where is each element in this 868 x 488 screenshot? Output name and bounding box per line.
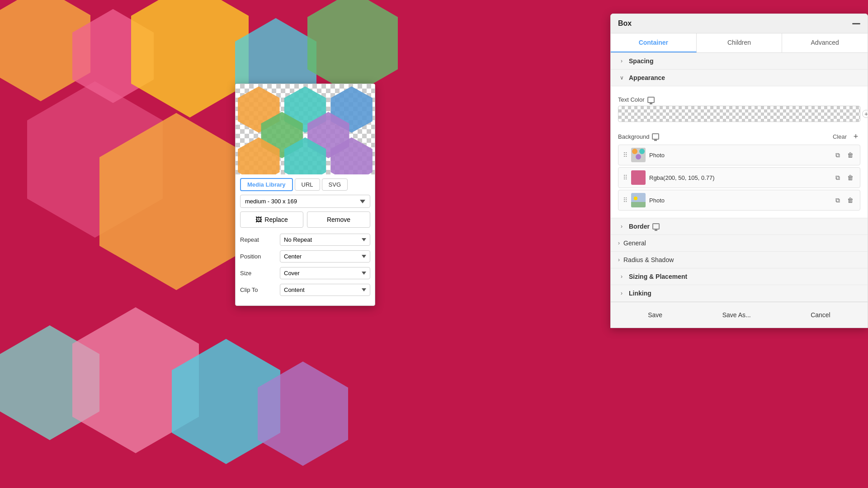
tab-children[interactable]: Children	[697, 33, 783, 52]
panel-footer: Save Save As... Cancel	[611, 302, 868, 328]
spacing-label: Spacing	[629, 57, 653, 65]
appearance-section-header[interactable]: ∨ Appearance	[611, 70, 868, 86]
border-general-label: General	[623, 239, 646, 247]
bg-layer-1-delete-button[interactable]: 🗑	[845, 150, 855, 160]
save-as-button[interactable]: Save As...	[712, 308, 762, 322]
repeat-select[interactable]: No Repeat Repeat Repeat X Repeat Y	[280, 234, 370, 246]
border-general-chevron-icon: ›	[618, 240, 620, 246]
border-monitor-icon	[652, 223, 660, 230]
position-field-row: Position Center Top Left Top Center Top …	[236, 248, 375, 265]
replace-label: Replace	[264, 216, 288, 223]
drag-handle-icon[interactable]: ⠿	[623, 151, 627, 159]
appearance-chevron-icon: ∨	[618, 74, 625, 81]
repeat-field-row: Repeat No Repeat Repeat Repeat X Repeat …	[236, 231, 375, 248]
position-select[interactable]: Center Top Left Top Center Top Right	[280, 250, 370, 263]
media-tab-bar: Media Library URL SVG	[236, 174, 375, 195]
size-select[interactable]: medium - 300 x 169 small - 150 x 85 larg…	[240, 195, 370, 208]
clip-to-field-row: Clip To Content Padding Border	[236, 282, 375, 298]
tab-container[interactable]: Container	[611, 33, 697, 52]
border-radius-chevron-icon: ›	[618, 257, 620, 263]
background-clear-button[interactable]: Clear	[833, 133, 847, 140]
spacing-section-header[interactable]: › Spacing	[611, 53, 868, 70]
tab-advanced[interactable]: Advanced	[782, 33, 868, 52]
bg-layer-1-copy-button[interactable]: ⧉	[833, 150, 843, 160]
panel-title: Box	[618, 19, 632, 28]
text-color-field[interactable]	[618, 106, 860, 122]
text-color-monitor-icon	[647, 97, 655, 103]
right-panel: Box Container Children Advanced › Spacin…	[610, 14, 868, 328]
drag-handle-icon-3[interactable]: ⠿	[623, 197, 627, 204]
background-monitor-icon	[652, 133, 659, 140]
border-section-header[interactable]: › Border	[611, 218, 868, 235]
bg-layer-1-actions: ⧉ 🗑	[833, 150, 855, 160]
bg-layer-1-name: Photo	[649, 152, 829, 159]
panel-tab-bar: Container Children Advanced	[611, 33, 868, 53]
border-general-header[interactable]: › General	[611, 235, 868, 251]
bg-layer-2-actions: ⧉ 🗑	[833, 173, 855, 183]
bg-layer-1-thumb	[631, 148, 646, 162]
sizing-label: Sizing & Placement	[629, 273, 687, 280]
size-select-row: medium - 300 x 169 small - 150 x 85 larg…	[236, 195, 375, 211]
bg-layer-3-thumb	[631, 193, 646, 207]
size-label: Size	[240, 270, 276, 277]
bg-layer-2-delete-button[interactable]: 🗑	[845, 173, 855, 183]
bg-layer-3-preview	[631, 193, 646, 207]
linking-section-header[interactable]: › Linking	[611, 285, 868, 302]
bg-layer-1: ⠿ Photo ⧉ 🗑	[618, 145, 860, 165]
bg-layer-2-name: Rgba(200, 50, 105, 0.77)	[649, 174, 829, 181]
bg-layer-2-copy-button[interactable]: ⧉	[833, 173, 843, 183]
media-action-buttons: 🖼 Replace Remove	[236, 211, 375, 231]
border-chevron-icon: ›	[618, 223, 625, 230]
linking-chevron-icon: ›	[618, 290, 625, 297]
sizing-section-header[interactable]: › Sizing & Placement	[611, 268, 868, 285]
save-button[interactable]: Save	[637, 308, 673, 322]
sizing-chevron-icon: ›	[618, 273, 625, 280]
background-actions: Clear +	[833, 132, 860, 141]
bg-layer-2: ⠿ Rgba(200, 50, 105, 0.77) ⧉ 🗑	[618, 167, 860, 188]
drag-handle-icon-2[interactable]: ⠿	[623, 174, 627, 181]
appearance-content: Text Color + Background Clear +	[611, 86, 868, 218]
text-color-add-button[interactable]: +	[862, 110, 868, 118]
image-icon: 🖼	[255, 216, 262, 223]
bg-layer-3-name: Photo	[649, 197, 829, 204]
bg-layer-1-preview	[631, 148, 646, 162]
remove-button[interactable]: Remove	[307, 211, 370, 228]
repeat-label: Repeat	[240, 236, 276, 243]
minimize-button[interactable]	[852, 23, 860, 24]
tab-url[interactable]: URL	[295, 178, 320, 191]
background-add-button[interactable]: +	[851, 132, 860, 141]
tab-svg[interactable]: SVG	[322, 178, 348, 191]
replace-button[interactable]: 🖼 Replace	[240, 211, 303, 228]
media-preview	[236, 84, 375, 174]
position-label: Position	[240, 253, 276, 260]
spacing-chevron-icon: ›	[618, 57, 625, 65]
media-popup: Media Library URL SVG medium - 300 x 169…	[235, 84, 375, 306]
preview-image	[236, 84, 375, 174]
background-label: Background	[618, 133, 649, 140]
bg-layer-3-copy-button[interactable]: ⧉	[833, 195, 843, 205]
text-color-row: Text Color	[618, 96, 860, 103]
cancel-button[interactable]: Cancel	[800, 308, 841, 322]
bg-layer-2-preview	[631, 170, 646, 185]
border-label: Border	[629, 223, 650, 230]
size-field-row: Size Cover Contain Auto	[236, 265, 375, 282]
clip-to-select[interactable]: Content Padding Border	[280, 284, 370, 296]
bg-layer-2-thumb	[631, 170, 646, 185]
background-header-row: Background Clear +	[618, 127, 860, 145]
border-general-section: › General	[611, 235, 868, 252]
panel-body: › Spacing ∨ Appearance Text Color + Back…	[611, 53, 868, 302]
border-radius-section: › Radius & Shadow	[611, 252, 868, 268]
appearance-label: Appearance	[629, 74, 665, 81]
background-label-row: Background	[618, 133, 659, 140]
linking-label: Linking	[629, 290, 651, 297]
border-radius-header[interactable]: › Radius & Shadow	[611, 252, 868, 268]
bg-layer-3-actions: ⧉ 🗑	[833, 195, 855, 205]
tab-media-library[interactable]: Media Library	[240, 178, 293, 191]
bg-layer-3: ⠿ Photo ⧉ 🗑	[618, 190, 860, 211]
panel-header: Box	[611, 14, 868, 33]
border-radius-label: Radius & Shadow	[623, 256, 674, 263]
text-color-label: Text Color	[618, 96, 645, 103]
clip-to-label: Clip To	[240, 286, 276, 293]
bg-layer-3-delete-button[interactable]: 🗑	[845, 195, 855, 205]
size-field-select[interactable]: Cover Contain Auto	[280, 267, 370, 279]
